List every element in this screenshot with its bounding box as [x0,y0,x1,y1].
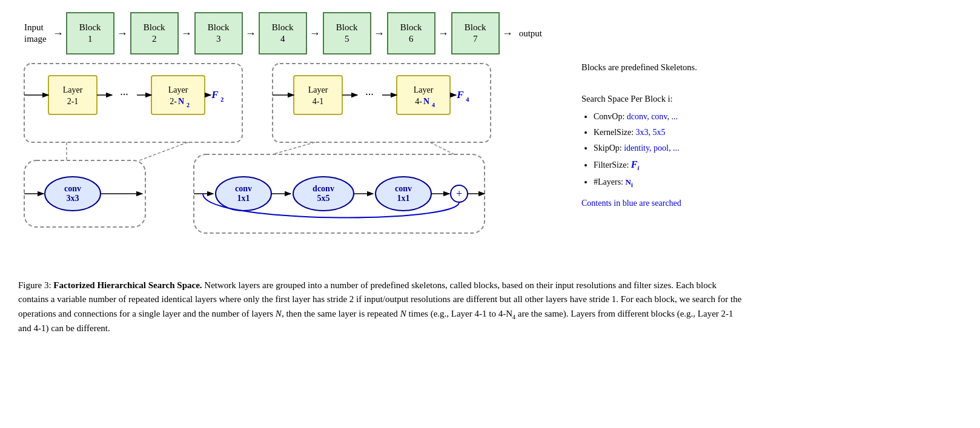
svg-text:+: + [456,188,462,200]
svg-text:2-1: 2-1 [67,97,79,106]
output-label: output [519,28,542,39]
arrow-0: → [53,27,64,40]
block-2: Block2 [130,12,179,54]
diagram-svg: Layer 2-1 ··· Layer 2- N 2 F 2 [18,61,563,260]
arrow-5: → [374,27,385,40]
arrow-2: → [181,27,192,40]
svg-line-37 [430,142,454,154]
svg-rect-19 [294,76,342,114]
arrow-3: → [245,27,256,40]
filtersize-value: Fi [631,159,639,170]
svg-rect-8 [151,76,205,114]
svg-text:1x1: 1x1 [237,194,250,203]
diagram-area: Layer 2-1 ··· Layer 2- N 2 F 2 [18,61,563,260]
svg-text:F: F [456,89,464,100]
searched-note: Contents in blue are searched [581,197,962,210]
svg-text:3x3: 3x3 [67,194,79,203]
svg-text:Layer: Layer [63,85,83,94]
panel-title: Blocks are predefined Skeletons. [581,61,962,74]
input-label: Inputimage [24,22,47,45]
svg-text:dconv: dconv [313,184,334,193]
arrow-7: → [502,27,513,40]
layers-value: Ni [625,177,632,186]
svg-text:conv: conv [64,184,81,193]
svg-line-35 [139,142,188,160]
arrow-6: → [438,27,449,40]
kernelsize-value: 3x3, 5x5 [636,128,666,137]
caption: Figure 3: Factorized Hierarchical Search… [18,278,745,335]
svg-text:2: 2 [220,96,224,103]
svg-text:conv: conv [395,184,412,193]
svg-text:···: ··· [365,88,374,100]
list-item-filtersize: FilterSize: Fi [594,156,962,174]
svg-text:4: 4 [432,102,435,108]
skipop-value: identity, pool, ... [624,143,679,153]
svg-text:N: N [423,97,429,106]
svg-text:5x5: 5x5 [317,194,330,203]
svg-text:4-1: 4-1 [313,97,324,106]
block-1: Block1 [66,12,114,54]
right-panel: Blocks are predefined Skeletons. Search … [563,61,962,210]
block-5: Block5 [323,12,371,54]
svg-text:4-: 4- [415,97,422,106]
svg-text:2: 2 [187,102,190,108]
block-4: Block4 [259,12,307,54]
list-item-skipop: SkipOp: identity, pool, ... [594,140,962,156]
arrow-1: → [117,27,128,40]
svg-text:F: F [211,89,219,100]
svg-text:Layer: Layer [414,85,434,94]
block-7: Block7 [451,12,500,54]
svg-text:4: 4 [466,96,469,103]
list-item-layers: #Layers: Ni [594,174,962,191]
list-item-kernelsize: KernelSize: 3x3, 5x5 [594,125,962,140]
caption-bold: Factorized Hierarchical Search Space. [53,280,202,290]
svg-text:2-: 2- [170,97,177,106]
svg-text:1x1: 1x1 [397,194,410,203]
caption-label: Figure 3: [18,280,53,290]
middle-section: Layer 2-1 ··· Layer 2- N 2 F 2 [18,61,962,260]
block-6: Block6 [387,12,435,54]
list-item-convop: ConvOp: dconv, conv, ... [594,109,962,124]
svg-line-36 [273,142,315,154]
svg-text:···: ··· [120,88,128,100]
panel-subtitle: Search Space Per Block i: [581,92,962,106]
svg-text:N: N [178,97,184,106]
block-3: Block3 [194,12,243,54]
convop-value: dconv, conv, ... [627,112,678,121]
svg-rect-23 [397,76,450,114]
pipeline-row: Inputimage → Block1 → Block2 → Block3 → … [24,12,962,54]
arrow-4: → [310,27,320,40]
svg-rect-4 [48,76,97,114]
svg-text:Layer: Layer [168,85,188,94]
svg-text:conv: conv [235,184,252,193]
search-space-list: ConvOp: dconv, conv, ... KernelSize: 3x3… [581,109,962,191]
svg-text:Layer: Layer [308,85,328,94]
